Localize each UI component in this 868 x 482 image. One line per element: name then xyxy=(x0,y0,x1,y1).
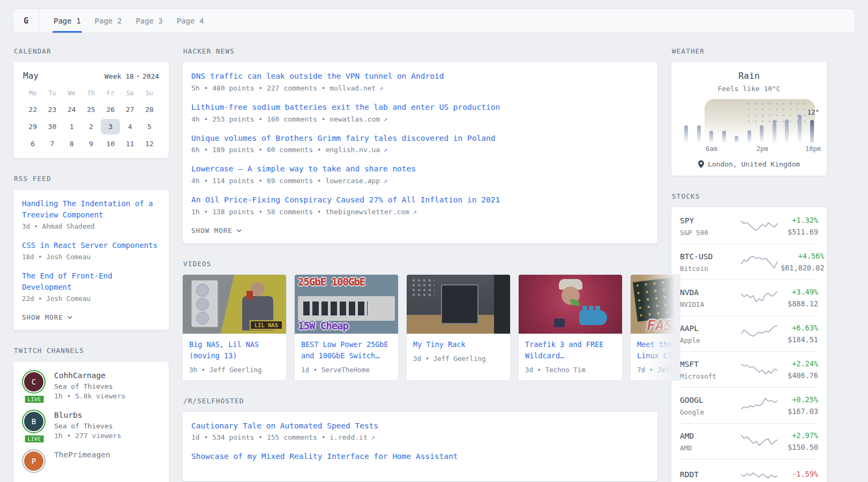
stock-symbol[interactable]: MSFT xyxy=(680,360,699,368)
twitch-section-title: TWITCH CHANNELS xyxy=(14,347,169,355)
video-title[interactable]: Traefik 3 and FREE Wildcard… xyxy=(525,340,603,360)
reddit-item-title[interactable]: Showcase of my Mixed Reality Interface f… xyxy=(191,451,649,463)
twitch-channel-name[interactable]: ThePrimeagen xyxy=(54,450,110,459)
video-thumbnail[interactable] xyxy=(407,275,510,334)
calendar-day: 11 xyxy=(120,136,139,152)
hn-show-more-button[interactable]: SHOW MORE xyxy=(191,225,242,235)
twitch-channel-info: CohhCarnage Sea of Thieves 1h • 5.8k vie… xyxy=(54,370,125,400)
rss-item-title[interactable]: Handling The Indentation of a Treeview C… xyxy=(22,198,160,221)
stock-row: BTC-USD Bitcoin +4.56% $61,820.02 xyxy=(680,244,818,280)
avatar[interactable]: B xyxy=(22,410,46,433)
stock-symbol[interactable]: RDDT xyxy=(680,470,699,479)
stock-row: NVDA NVIDIA +3.49% $888.12 xyxy=(680,280,818,315)
external-link-icon[interactable]: ↗ xyxy=(371,433,375,441)
stock-symbol[interactable]: AMD xyxy=(680,432,694,440)
stock-symbol[interactable]: NVDA xyxy=(680,288,699,297)
hackernews-section-title: HACKER NEWS xyxy=(183,47,658,55)
twitch-channel-name[interactable]: Blurbs xyxy=(54,411,82,419)
stock-price: $888.12 xyxy=(781,299,818,308)
stock-symbol[interactable]: GOOGL xyxy=(680,396,704,404)
external-link-icon[interactable]: ↗ xyxy=(379,84,383,92)
videos-carousel[interactable]: LIL NAS Big NAS, Lil NAS (moving 13) 3h … xyxy=(182,274,680,381)
twitch-avatar-wrap: P LIVE xyxy=(22,449,47,473)
calendar-week-label: Week 18•2024 xyxy=(104,72,159,80)
tab-page-4[interactable]: Page 4 xyxy=(170,9,211,33)
calendar-day: 4 xyxy=(120,119,139,134)
calendar-day: 27 xyxy=(120,102,139,117)
video-info: BEST Low Power 25GbE and 100GbE Switch… … xyxy=(295,334,398,380)
hn-item-title[interactable]: Lowercase – A simple way to take and sha… xyxy=(191,163,649,175)
avatar[interactable]: P xyxy=(22,449,46,473)
weather-location-label: London, United Kingdom xyxy=(708,160,800,168)
video-card: FAS Meet the Linux Clu 7d • Jeff xyxy=(630,274,680,381)
external-link-icon[interactable]: ↗ xyxy=(383,146,387,154)
weekday-header: We xyxy=(62,87,81,100)
twitch-channel-info: Blurbs Sea of Thieves 1h • 277 viewers xyxy=(54,410,121,440)
tab-page-2[interactable]: Page 2 xyxy=(88,9,129,33)
app-logo[interactable]: G xyxy=(13,9,39,33)
hn-item-title[interactable]: DNS traffic can leak outside the VPN tun… xyxy=(191,71,649,82)
hn-item-title[interactable]: Lithium-free sodium batteries exit the l… xyxy=(191,102,649,114)
external-link-icon[interactable]: ↗ xyxy=(383,177,387,185)
hn-item: Unique volumes of Brothers Grimm fairy t… xyxy=(191,133,649,154)
video-card: LIL NAS Big NAS, Lil NAS (moving 13) 3h … xyxy=(182,274,287,381)
rss-item-title[interactable]: The End of Front-End Development xyxy=(22,270,160,293)
weather-bar xyxy=(709,131,713,143)
thumbnail-caption: LIL NAS xyxy=(250,320,283,330)
weather-location: London, United Kingdom xyxy=(684,160,814,168)
rss-show-more-button[interactable]: SHOW MORE xyxy=(22,312,73,321)
calendar-section-title: CALENDAR xyxy=(14,47,169,55)
calendar-header: May Week 18•2024 xyxy=(23,71,159,81)
hn-item-meta-text: 6h • 189 points • 60 comments • english.… xyxy=(191,146,380,154)
calendar-day: 2 xyxy=(81,119,101,134)
stock-name: Google xyxy=(680,408,740,416)
video-thumbnail[interactable]: FAS xyxy=(631,275,680,334)
video-thumbnail[interactable]: LIL NAS xyxy=(183,275,286,334)
video-title[interactable]: My Tiny Rack xyxy=(413,340,466,349)
stock-change: +4.56% xyxy=(781,252,824,260)
calendar-widget: May Week 18•2024 Mo Tu We Th Fr Sa Su 22… xyxy=(13,62,169,159)
stock-values: +2.97% $150.50 xyxy=(781,431,818,451)
avatar[interactable]: C xyxy=(22,370,46,394)
selfhosted-section: /R/SELFHOSTED Cautionary Tale on Automat… xyxy=(182,397,658,482)
stock-sparkline xyxy=(740,432,781,450)
tab-page-1[interactable]: Page 1 xyxy=(47,9,88,33)
twitch-channel-row: C LIVE CohhCarnage Sea of Thieves 1h • 5… xyxy=(22,370,160,400)
external-link-icon[interactable]: ↗ xyxy=(383,115,387,123)
hn-item-meta-text: 4h • 253 points • 160 comments • newatla… xyxy=(191,115,380,123)
hn-item: Lowercase – A simple way to take and sha… xyxy=(191,163,649,185)
tab-page-3[interactable]: Page 3 xyxy=(129,9,170,33)
calendar-month-label: May xyxy=(23,71,39,81)
rss-item-title[interactable]: CSS in React Server Components xyxy=(22,240,160,251)
person-art xyxy=(242,296,273,330)
hn-item-title[interactable]: Unique volumes of Brothers Grimm fairy t… xyxy=(191,133,649,145)
reddit-item: Showcase of my Mixed Reality Interface f… xyxy=(191,451,649,463)
stock-row: AMD AMD +2.97% $150.50 xyxy=(680,423,818,459)
twitch-channel-name[interactable]: CohhCarnage xyxy=(54,371,106,380)
stock-symbol[interactable]: SPY xyxy=(680,216,694,225)
page-tabs: Page 1 Page 2 Page 3 Page 4 xyxy=(39,9,211,33)
center-column: HACKER NEWS DNS traffic can leak outside… xyxy=(182,47,658,482)
video-thumbnail[interactable]: 25GbE 100GbE 15W Cheap xyxy=(295,275,398,334)
video-title[interactable]: BEST Low Power 25GbE and 100GbE Switch… xyxy=(301,340,388,360)
video-title[interactable]: Big NAS, Lil NAS (moving 13) xyxy=(189,340,259,360)
stock-symbol[interactable]: BTC-USD xyxy=(680,252,713,261)
video-title[interactable]: Meet the Linux Clu xyxy=(637,340,676,360)
twitch-channel-info: ThePrimeagen xyxy=(54,449,110,473)
hn-item: DNS traffic can leak outside the VPN tun… xyxy=(191,71,649,92)
hn-item-title[interactable]: An Oil Price-Fixing Conspiracy Caused 27… xyxy=(191,194,649,206)
weather-bar xyxy=(773,120,776,143)
weather-section-title: WEATHER xyxy=(672,47,827,55)
calendar-week-number: Week 18 xyxy=(104,72,134,80)
stock-symbol[interactable]: AAPL xyxy=(680,324,699,333)
reddit-item-meta: 1d • 534 points • 155 comments • i.redd.… xyxy=(191,433,649,441)
stock-price: $61,820.02 xyxy=(781,263,824,272)
external-link-icon[interactable]: ↗ xyxy=(413,208,417,216)
video-thumbnail[interactable] xyxy=(519,275,622,334)
reddit-item-title[interactable]: Cautionary Tale on Automated Speed Tests xyxy=(191,420,649,432)
stock-change: +3.49% xyxy=(781,288,818,296)
rss-item: The End of Front-End Development 22d • J… xyxy=(22,270,160,303)
calendar-day: 7 xyxy=(42,136,62,152)
hn-item-meta-text: 1h • 138 points • 58 comments • thebigne… xyxy=(191,208,409,216)
video-info: Big NAS, Lil NAS (moving 13) 3h • Jeff G… xyxy=(183,334,286,380)
